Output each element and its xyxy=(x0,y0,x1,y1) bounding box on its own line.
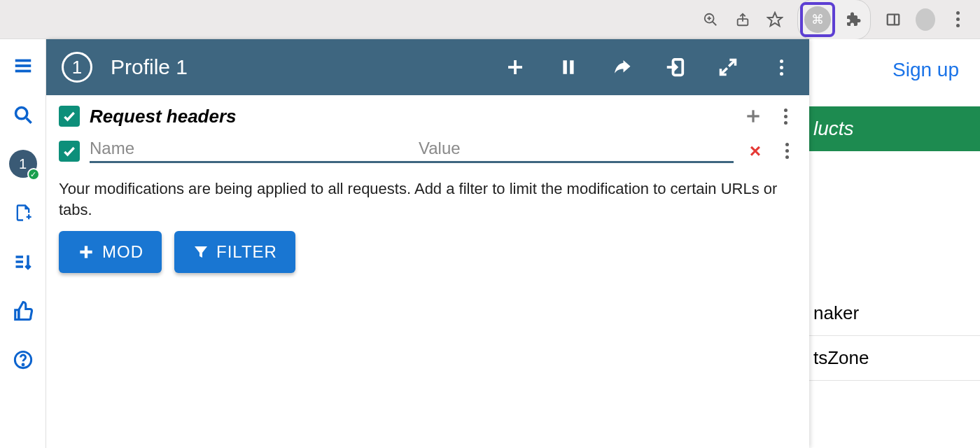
signup-link[interactable]: Sign up xyxy=(809,59,980,81)
expand-icon[interactable] xyxy=(715,55,741,80)
extensions-puzzle-icon[interactable] xyxy=(844,10,863,29)
share-icon[interactable] xyxy=(733,10,752,29)
browser-toolbar: ⌘ xyxy=(0,0,980,39)
app-sidebar: 1 ✓ xyxy=(0,39,46,448)
svg-rect-21 xyxy=(570,60,573,74)
hamburger-menu-icon[interactable] xyxy=(9,52,37,80)
filter-button[interactable]: FILTER xyxy=(174,231,295,273)
panel-menu-icon[interactable] xyxy=(769,55,794,80)
header-value-input[interactable] xyxy=(419,139,734,158)
extension-modheader-highlighted[interactable]: ⌘ xyxy=(800,2,835,37)
section-add-icon[interactable] xyxy=(742,105,764,127)
header-name-input[interactable] xyxy=(90,139,391,158)
extension-panel: 1 Profile 1 xyxy=(46,39,809,448)
filter-button-label: FILTER xyxy=(216,242,277,262)
add-icon[interactable] xyxy=(503,55,528,80)
row-menu-icon[interactable] xyxy=(777,143,797,159)
mod-button[interactable]: MOD xyxy=(59,231,162,273)
import-icon[interactable] xyxy=(662,55,687,80)
svg-point-17 xyxy=(22,364,24,365)
request-headers-section: Request headers xyxy=(46,95,809,132)
add-file-icon[interactable] xyxy=(9,199,37,227)
profile-number-circle: 1 xyxy=(62,52,92,83)
extension-pill: ⌘ xyxy=(797,0,871,40)
mod-button-label: MOD xyxy=(102,242,144,262)
list-item[interactable]: naker xyxy=(809,291,980,336)
info-text: Your modifications are being applied to … xyxy=(59,178,797,220)
side-panel-icon[interactable] xyxy=(883,10,903,29)
check-icon: ✓ xyxy=(27,168,40,181)
svg-point-11 xyxy=(15,108,27,119)
help-icon[interactable] xyxy=(9,346,37,374)
browser-menu-icon[interactable] xyxy=(948,10,967,29)
section-title: Request headers xyxy=(90,106,732,127)
delete-row-icon[interactable]: × xyxy=(743,140,767,162)
section-menu-icon[interactable] xyxy=(774,105,797,127)
row-checkbox[interactable] xyxy=(59,141,80,162)
zoom-icon[interactable] xyxy=(701,10,720,29)
panel-header: 1 Profile 1 xyxy=(46,39,809,95)
pause-icon[interactable] xyxy=(556,55,581,80)
svg-rect-20 xyxy=(563,60,566,74)
page-banner: lucts xyxy=(809,106,980,151)
svg-marker-5 xyxy=(768,13,782,26)
thumbs-up-icon[interactable] xyxy=(9,297,37,325)
svg-line-12 xyxy=(26,118,31,123)
bookmark-star-icon[interactable] xyxy=(765,10,785,29)
list-item[interactable]: tsZone xyxy=(809,336,980,381)
sidebar-profile-badge[interactable]: 1 ✓ xyxy=(9,150,37,178)
sort-icon[interactable] xyxy=(9,248,37,276)
svg-line-1 xyxy=(713,21,717,25)
search-icon[interactable] xyxy=(9,101,37,129)
share-arrow-icon[interactable] xyxy=(609,55,634,80)
command-icon: ⌘ xyxy=(804,6,831,33)
svg-rect-6 xyxy=(888,14,899,24)
section-checkbox[interactable] xyxy=(59,106,80,127)
underlying-page: Sign up lucts naker tsZone xyxy=(809,39,980,448)
profile-title[interactable]: Profile 1 xyxy=(111,55,484,79)
profile-avatar-icon[interactable] xyxy=(916,10,935,29)
info-area: Your modifications are being applied to … xyxy=(46,163,809,273)
header-row: × xyxy=(46,132,809,163)
